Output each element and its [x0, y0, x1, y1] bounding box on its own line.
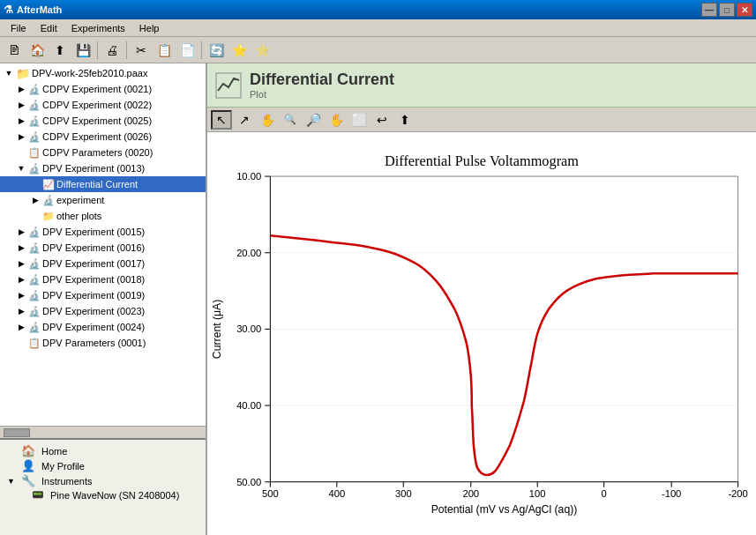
experiment-icon-exp: 🔬	[42, 195, 55, 206]
xlabel-200: 200	[462, 488, 479, 499]
experiment-icon-cdpv1: 🔬	[28, 84, 41, 95]
tree-item-cdpv1[interactable]: ▶ 🔬 CDPV Experiment (0021)	[0, 81, 206, 97]
plot-btn-select[interactable]: ↖	[211, 110, 232, 130]
plot-btn-export[interactable]: ⬆	[394, 110, 415, 130]
app-title: AfterMath	[17, 4, 701, 15]
toolbar-save[interactable]: 💾	[72, 40, 94, 61]
ylabel-40: 40.00	[236, 400, 261, 411]
expander-cdpv1[interactable]: ▶	[14, 82, 28, 96]
scroll-thumb-h[interactable]	[4, 428, 30, 437]
instruments-item[interactable]: ▼ 🔧 Instruments	[4, 473, 202, 488]
tree-item-cdpv4[interactable]: ▶ 🔬 CDPV Experiment (0026)	[0, 129, 206, 145]
toolbar-up[interactable]: ⬆	[49, 40, 71, 61]
maximize-button[interactable]: □	[719, 3, 735, 17]
tree-scrollbar-h[interactable]	[0, 426, 206, 438]
plot-btn-zoom-out[interactable]: 🔎	[303, 110, 324, 130]
expander-dpv6[interactable]: ▶	[14, 288, 28, 302]
instruments-expander[interactable]: ▼	[7, 477, 18, 486]
tree-label-cdpv1: CDPV Experiment (0021)	[42, 84, 152, 94]
close-button[interactable]: ✕	[737, 3, 752, 17]
plot-btn-zoom-in[interactable]: 🔍	[280, 110, 301, 130]
home-item[interactable]: ▶ 🏠 Home	[4, 443, 202, 458]
tree-item-dpv6[interactable]: ▶ 🔬 DPV Experiment (0019)	[0, 287, 206, 303]
toolbar-sep-3	[201, 41, 202, 59]
expander-dpv3[interactable]: ▶	[14, 241, 28, 255]
ylabel-10: 10.00	[236, 171, 261, 182]
toolbar-copy[interactable]: 📋	[153, 40, 175, 61]
minimize-button[interactable]: —	[701, 3, 717, 17]
wavepinr-item[interactable]: 📟 Pine WaveNow (SN 2408004)	[4, 488, 202, 502]
tree-item-cdpv3[interactable]: ▶ 🔬 CDPV Experiment (0025)	[0, 113, 206, 129]
xlabel-500: 500	[262, 488, 279, 499]
toolbar-cut[interactable]: ✂	[131, 40, 152, 61]
home-label: Home	[41, 446, 67, 457]
dpv-curve	[270, 235, 737, 475]
expander-dpv4[interactable]: ▶	[14, 256, 28, 271]
toolbar-paste[interactable]: 📄	[176, 40, 198, 61]
tree-item-dpv3[interactable]: ▶ 🔬 DPV Experiment (0016)	[0, 240, 206, 256]
window-controls[interactable]: — □ ✕	[701, 3, 752, 17]
toolbar-print[interactable]: 🖨	[101, 40, 123, 61]
toolbar-home[interactable]: 🏠	[26, 40, 48, 61]
tree-label-otherplots: other plots	[56, 211, 101, 221]
tree-item-dpv8[interactable]: ▶ 🔬 DPV Experiment (0024)	[0, 319, 206, 335]
plot-btn-box[interactable]: ⬜	[348, 110, 370, 130]
expander-experiment[interactable]: ▶	[28, 193, 42, 207]
menu-bar: File Edit Experiments Help	[0, 19, 756, 37]
experiment-icon-dpv1: 🔬	[28, 163, 41, 175]
experiment-icon-dpv8: 🔬	[28, 322, 41, 333]
xaxis-label: Potential (mV vs Ag/AgCl (aq))	[431, 503, 578, 516]
plot-btn-undo[interactable]: ↩	[371, 110, 393, 130]
params-icon-dpv9: 📋	[28, 338, 41, 349]
tree-item-dpv4[interactable]: ▶ 🔬 DPV Experiment (0017)	[0, 256, 206, 271]
experiment-icon-dpv3: 🔬	[28, 242, 41, 254]
menu-experiments[interactable]: Experiments	[64, 21, 132, 35]
tree-item-cdpv2[interactable]: ▶ 🔬 CDPV Experiment (0022)	[0, 97, 206, 113]
xlabel-0: 0	[602, 488, 607, 499]
plot-btn-arrow[interactable]: ↗	[234, 110, 255, 130]
instruments-label: Instruments	[41, 476, 92, 487]
profile-item[interactable]: 👤 My Profile	[4, 458, 202, 473]
expander-dpv7[interactable]: ▶	[14, 304, 28, 318]
expander-dpv8[interactable]: ▶	[14, 320, 28, 334]
plot-btn-pan[interactable]: ✋	[257, 110, 278, 130]
tree-label-dpv7: DPV Experiment (0023)	[42, 306, 145, 316]
tree-item-cdpv5[interactable]: 📋 CDPV Parameters (0020)	[0, 145, 206, 160]
app-icon: ⚗	[4, 4, 13, 16]
tree-label-dpv2: DPV Experiment (0015)	[42, 227, 145, 237]
toolbar-refresh[interactable]: 🔄	[206, 40, 227, 61]
tree-item-otherplots[interactable]: 📁 other plots	[0, 208, 206, 224]
toolbar-new[interactable]: 🖹	[4, 40, 25, 61]
params-icon-cdpv5: 📋	[28, 147, 41, 159]
expander-dpv5[interactable]: ▶	[14, 272, 28, 286]
content-header-text: Differential Current Plot	[250, 71, 394, 100]
experiment-icon-cdpv2: 🔬	[28, 100, 41, 111]
expander-root[interactable]: ▼	[2, 66, 16, 80]
file-tree[interactable]: ▼ 📁 DPV-work-25feb2010.paax ▶ 🔬 CDPV Exp…	[0, 63, 206, 426]
home-icon: 🏠	[21, 444, 35, 457]
expander-dpv2[interactable]: ▶	[14, 225, 28, 239]
tree-item-experiment[interactable]: ▶ 🔬 experiment	[0, 192, 206, 208]
tree-item-dpv1[interactable]: ▼ 🔬 DPV Experiment (0013)	[0, 160, 206, 176]
toolbar-star[interactable]: ⭐	[228, 40, 250, 61]
expander-cdpv2[interactable]: ▶	[14, 98, 28, 112]
tree-item-dpv5[interactable]: ▶ 🔬 DPV Experiment (0018)	[0, 271, 206, 287]
menu-help[interactable]: Help	[132, 21, 167, 35]
plot-icon-diffcurrent: 📈	[42, 179, 55, 190]
menu-edit[interactable]: Edit	[34, 21, 64, 35]
experiment-icon-dpv4: 🔬	[28, 258, 41, 270]
tree-item-dpv2[interactable]: ▶ 🔬 DPV Experiment (0015)	[0, 224, 206, 240]
expander-cdpv3[interactable]: ▶	[14, 114, 28, 128]
expander-cdpv4[interactable]: ▶	[14, 130, 28, 144]
experiment-icon-dpv2: 🔬	[28, 227, 41, 238]
plot-btn-hand[interactable]: ✋	[326, 110, 347, 130]
xlabel-400: 400	[328, 488, 345, 499]
ylabel-20: 20.00	[236, 248, 261, 258]
toolbar-extra[interactable]: ⭐	[251, 40, 273, 61]
tree-item-root[interactable]: ▼ 📁 DPV-work-25feb2010.paax	[0, 65, 206, 81]
menu-file[interactable]: File	[4, 21, 34, 35]
tree-item-dpv7[interactable]: ▶ 🔬 DPV Experiment (0023)	[0, 303, 206, 319]
tree-item-diffcurrent[interactable]: 📈 Differential Current	[0, 176, 206, 192]
expander-dpv1[interactable]: ▼	[14, 161, 28, 175]
tree-item-dpv9[interactable]: 📋 DPV Parameters (0001)	[0, 335, 206, 351]
